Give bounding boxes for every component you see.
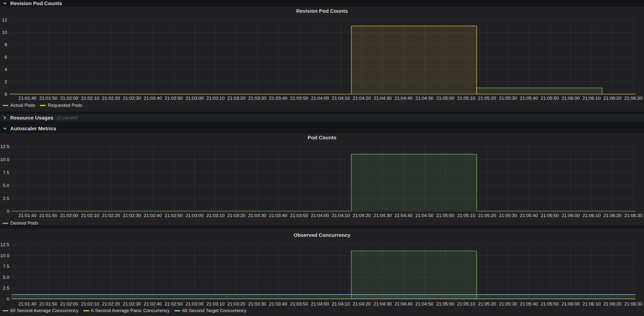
- svg-text:4: 4: [4, 67, 7, 72]
- svg-text:21:03:50: 21:03:50: [290, 213, 308, 218]
- svg-text:21:03:20: 21:03:20: [227, 213, 245, 218]
- legend-item-60-second-target-concurrency[interactable]: 60 Second Target Concurrency: [174, 308, 246, 313]
- row-header-resource-usages[interactable]: Resource Usages (2 panels): [0, 114, 644, 121]
- chart-pod-counts[interactable]: 02.55.07.510.012.521:01:4021:01:5021:02:…: [0, 133, 644, 225]
- svg-text:21:05:10: 21:05:10: [457, 213, 475, 218]
- svg-text:21:04:00: 21:04:00: [311, 213, 329, 218]
- svg-text:7.5: 7.5: [3, 170, 9, 175]
- svg-text:21:04:30: 21:04:30: [374, 301, 392, 307]
- svg-text:21:05:50: 21:05:50: [541, 96, 559, 101]
- svg-text:21:01:40: 21:01:40: [18, 96, 36, 101]
- svg-text:21:02:20: 21:02:20: [102, 213, 120, 218]
- svg-text:21:02:50: 21:02:50: [164, 96, 183, 101]
- svg-text:21:06:10: 21:06:10: [582, 96, 601, 101]
- svg-text:21:03:00: 21:03:00: [186, 96, 204, 101]
- svg-text:21:03:10: 21:03:10: [206, 213, 224, 218]
- svg-text:21:03:30: 21:03:30: [248, 213, 266, 218]
- svg-text:10.0: 10.0: [0, 157, 9, 162]
- svg-text:12: 12: [2, 17, 7, 22]
- legend-item-6-second-average-panic-concurrency[interactable]: 6 Second Average Panic Concurrency: [84, 308, 170, 313]
- svg-text:21:04:10: 21:04:10: [332, 213, 350, 218]
- grid-lines: [9, 20, 636, 94]
- legend-dash: [84, 310, 89, 311]
- svg-text:21:05:00: 21:05:00: [436, 213, 454, 218]
- svg-text:0: 0: [6, 209, 9, 214]
- svg-text:21:02:50: 21:02:50: [164, 301, 183, 307]
- series-line-60-second-average-concurrency: [12, 251, 636, 299]
- svg-text:21:04:50: 21:04:50: [415, 213, 434, 218]
- svg-text:2: 2: [4, 79, 7, 84]
- svg-text:21:04:30: 21:04:30: [374, 96, 392, 101]
- svg-text:21:04:00: 21:04:00: [311, 301, 329, 307]
- svg-text:21:06:30: 21:06:30: [624, 301, 642, 307]
- svg-text:21:06:20: 21:06:20: [604, 301, 622, 307]
- svg-text:12.5: 12.5: [0, 144, 9, 149]
- svg-text:21:03:40: 21:03:40: [269, 96, 287, 101]
- svg-text:21:03:20: 21:03:20: [228, 96, 246, 101]
- svg-text:21:04:10: 21:04:10: [332, 96, 350, 101]
- row-header-autoscaler-metrics[interactable]: Autoscaler Metrics: [0, 125, 644, 132]
- svg-text:21:01:50: 21:01:50: [39, 213, 57, 218]
- svg-text:21:02:20: 21:02:20: [102, 96, 120, 101]
- svg-text:21:05:50: 21:05:50: [541, 213, 559, 218]
- svg-text:21:03:20: 21:03:20: [227, 301, 245, 307]
- chevron-down-icon: [2, 1, 7, 6]
- svg-text:21:02:30: 21:02:30: [123, 96, 141, 101]
- legend-label: 60 Second Average Concurrency: [10, 308, 78, 313]
- svg-text:21:05:30: 21:05:30: [499, 96, 517, 101]
- chevron-right-icon: [2, 115, 7, 120]
- svg-text:21:02:20: 21:02:20: [102, 301, 120, 307]
- svg-text:21:04:40: 21:04:40: [394, 96, 412, 101]
- series-area-desired-pods: [12, 154, 636, 211]
- legend-dash: [2, 310, 8, 311]
- series-line-requested-pods: [9, 26, 636, 94]
- series-area-60-second-target-concurrency: [12, 295, 636, 299]
- svg-text:12.5: 12.5: [0, 242, 9, 247]
- svg-text:21:06:00: 21:06:00: [562, 96, 580, 101]
- legend-dash: [2, 105, 8, 106]
- svg-text:21:06:10: 21:06:10: [582, 301, 601, 307]
- legend-label: 60 Second Target Concurrency: [182, 308, 246, 313]
- svg-text:10: 10: [2, 30, 7, 35]
- svg-text:21:06:00: 21:06:00: [562, 301, 580, 307]
- series-area-60-second-average-concurrency: [12, 251, 636, 299]
- svg-text:21:03:30: 21:03:30: [248, 96, 266, 101]
- row-header-revision-pod-counts[interactable]: Revision Pod Counts: [0, 0, 644, 7]
- svg-text:21:03:50: 21:03:50: [290, 96, 308, 101]
- legend: Actual PodsRequested Pods: [2, 103, 82, 108]
- grafana-dashboard: Revision Pod Counts Revision Pod Counts …: [0, 0, 644, 316]
- svg-text:21:04:20: 21:04:20: [353, 213, 371, 218]
- svg-text:21:05:20: 21:05:20: [478, 213, 496, 218]
- row-title: Autoscaler Metrics: [10, 126, 56, 131]
- svg-text:5.0: 5.0: [3, 183, 9, 188]
- svg-text:21:03:00: 21:03:00: [186, 213, 204, 218]
- svg-text:21:04:20: 21:04:20: [353, 96, 371, 101]
- chart-revision-pod-counts[interactable]: 02468101221:01:4021:01:5021:02:0021:02:1…: [0, 7, 644, 112]
- svg-text:2.5: 2.5: [3, 286, 9, 291]
- svg-text:21:01:40: 21:01:40: [18, 213, 36, 218]
- svg-text:21:02:00: 21:02:00: [60, 301, 78, 307]
- legend-item-actual-pods[interactable]: Actual Pods: [2, 103, 35, 108]
- legend-dash: [2, 223, 8, 224]
- svg-text:21:02:40: 21:02:40: [144, 301, 162, 307]
- svg-text:5.0: 5.0: [3, 275, 9, 280]
- svg-text:21:03:30: 21:03:30: [248, 301, 266, 307]
- row-title: Revision Pod Counts: [10, 0, 62, 6]
- svg-text:21:03:40: 21:03:40: [269, 213, 287, 218]
- legend-item-60-second-average-concurrency[interactable]: 60 Second Average Concurrency: [2, 308, 78, 313]
- svg-text:0: 0: [4, 92, 7, 97]
- svg-text:21:02:00: 21:02:00: [60, 213, 78, 218]
- svg-text:6: 6: [4, 54, 7, 60]
- svg-text:21:01:50: 21:01:50: [40, 96, 58, 101]
- svg-text:21:03:40: 21:03:40: [269, 301, 287, 307]
- legend-label: Requested Pods: [48, 103, 82, 108]
- row-gap: [0, 225, 644, 229]
- svg-text:21:03:00: 21:03:00: [186, 301, 204, 307]
- chart-observed-concurrency[interactable]: 02.55.07.510.012.521:01:4021:01:5021:02:…: [0, 229, 644, 316]
- legend-item-desired-pods[interactable]: Desired Pods: [2, 220, 38, 226]
- svg-text:21:02:30: 21:02:30: [123, 301, 141, 307]
- legend-item-requested-pods[interactable]: Requested Pods: [40, 103, 82, 108]
- axis-labels: 02.55.07.510.012.521:01:4021:01:5021:02:…: [0, 144, 642, 218]
- panel-pod-counts: Pod Counts 02.55.07.510.012.521:01:4021:…: [0, 133, 644, 225]
- svg-text:21:05:00: 21:05:00: [436, 301, 454, 307]
